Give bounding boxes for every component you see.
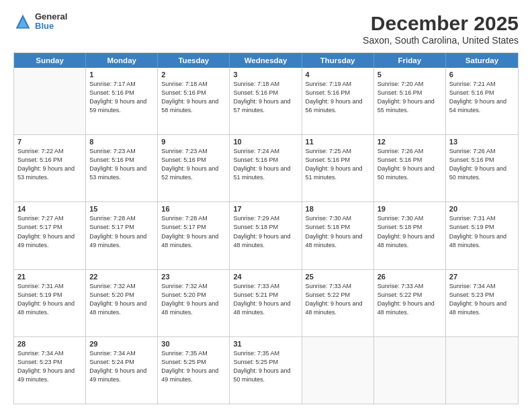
day-number: 27 xyxy=(449,273,515,281)
calendar-cell: 28Sunrise: 7:34 AM Sunset: 5:23 PM Dayli… xyxy=(14,337,86,404)
calendar-cell: 11Sunrise: 7:25 AM Sunset: 5:16 PM Dayli… xyxy=(302,135,374,201)
day-number: 3 xyxy=(233,71,298,79)
logo-icon xyxy=(13,12,32,31)
cal-header-monday: Monday xyxy=(86,53,158,68)
day-number: 8 xyxy=(89,138,154,146)
calendar-cell: 31Sunrise: 7:35 AM Sunset: 5:25 PM Dayli… xyxy=(230,337,302,404)
calendar-week-1: 1Sunrise: 7:17 AM Sunset: 5:16 PM Daylig… xyxy=(14,68,518,135)
calendar-cell: 6Sunrise: 7:21 AM Sunset: 5:16 PM Daylig… xyxy=(446,68,518,134)
calendar-cell: 23Sunrise: 7:32 AM Sunset: 5:20 PM Dayli… xyxy=(158,270,230,336)
day-info: Sunrise: 7:35 AM Sunset: 5:25 PM Dayligh… xyxy=(161,349,226,384)
day-info: Sunrise: 7:34 AM Sunset: 5:23 PM Dayligh… xyxy=(17,349,82,384)
calendar-week-3: 14Sunrise: 7:27 AM Sunset: 5:17 PM Dayli… xyxy=(14,202,518,269)
calendar-cell: 3Sunrise: 7:18 AM Sunset: 5:16 PM Daylig… xyxy=(230,68,302,134)
day-number: 14 xyxy=(17,205,82,213)
day-info: Sunrise: 7:17 AM Sunset: 5:16 PM Dayligh… xyxy=(89,80,154,115)
day-info: Sunrise: 7:27 AM Sunset: 5:17 PM Dayligh… xyxy=(17,214,82,249)
day-info: Sunrise: 7:33 AM Sunset: 5:22 PM Dayligh… xyxy=(306,282,370,317)
calendar-cell: 8Sunrise: 7:23 AM Sunset: 5:16 PM Daylig… xyxy=(86,135,158,201)
calendar-cell: 7Sunrise: 7:22 AM Sunset: 5:16 PM Daylig… xyxy=(14,135,86,201)
day-info: Sunrise: 7:30 AM Sunset: 5:18 PM Dayligh… xyxy=(306,214,370,249)
calendar-cell: 19Sunrise: 7:30 AM Sunset: 5:18 PM Dayli… xyxy=(374,202,446,269)
title-block: December 2025 Saxon, South Carolina, Uni… xyxy=(363,12,519,46)
day-info: Sunrise: 7:29 AM Sunset: 5:18 PM Dayligh… xyxy=(233,214,298,249)
calendar: SundayMondayTuesdayWednesdayThursdayFrid… xyxy=(13,52,519,404)
calendar-week-4: 21Sunrise: 7:31 AM Sunset: 5:19 PM Dayli… xyxy=(14,270,518,337)
calendar-cell: 2Sunrise: 7:18 AM Sunset: 5:16 PM Daylig… xyxy=(158,68,230,134)
logo-general-text: General xyxy=(35,12,67,21)
calendar-cell: 20Sunrise: 7:31 AM Sunset: 5:19 PM Dayli… xyxy=(446,202,518,269)
cal-header-friday: Friday xyxy=(374,53,446,68)
day-info: Sunrise: 7:18 AM Sunset: 5:16 PM Dayligh… xyxy=(161,80,226,115)
calendar-header: SundayMondayTuesdayWednesdayThursdayFrid… xyxy=(14,53,518,68)
day-info: Sunrise: 7:20 AM Sunset: 5:16 PM Dayligh… xyxy=(378,80,442,115)
calendar-cell: 13Sunrise: 7:26 AM Sunset: 5:16 PM Dayli… xyxy=(446,135,518,201)
day-info: Sunrise: 7:26 AM Sunset: 5:16 PM Dayligh… xyxy=(378,147,442,182)
calendar-week-5: 28Sunrise: 7:34 AM Sunset: 5:23 PM Dayli… xyxy=(14,337,518,404)
cal-header-thursday: Thursday xyxy=(302,53,374,68)
calendar-cell: 27Sunrise: 7:34 AM Sunset: 5:23 PM Dayli… xyxy=(446,270,518,336)
calendar-cell: 16Sunrise: 7:28 AM Sunset: 5:17 PM Dayli… xyxy=(158,202,230,269)
day-number: 1 xyxy=(89,71,154,79)
day-info: Sunrise: 7:24 AM Sunset: 5:16 PM Dayligh… xyxy=(233,147,298,182)
calendar-cell xyxy=(302,337,374,404)
day-info: Sunrise: 7:33 AM Sunset: 5:21 PM Dayligh… xyxy=(233,282,298,317)
day-info: Sunrise: 7:34 AM Sunset: 5:24 PM Dayligh… xyxy=(89,349,154,384)
page: General Blue December 2025 Saxon, South … xyxy=(0,0,532,411)
main-title: December 2025 xyxy=(363,12,519,35)
day-number: 11 xyxy=(306,138,370,146)
calendar-cell: 1Sunrise: 7:17 AM Sunset: 5:16 PM Daylig… xyxy=(86,68,158,134)
calendar-cell: 29Sunrise: 7:34 AM Sunset: 5:24 PM Dayli… xyxy=(86,337,158,404)
day-info: Sunrise: 7:23 AM Sunset: 5:16 PM Dayligh… xyxy=(89,147,154,182)
logo: General Blue xyxy=(13,12,67,32)
day-number: 5 xyxy=(378,71,442,79)
day-number: 18 xyxy=(306,205,370,213)
calendar-cell: 18Sunrise: 7:30 AM Sunset: 5:18 PM Dayli… xyxy=(302,202,374,269)
day-number: 19 xyxy=(378,205,442,213)
day-info: Sunrise: 7:22 AM Sunset: 5:16 PM Dayligh… xyxy=(17,147,82,182)
day-number: 15 xyxy=(89,205,154,213)
calendar-cell: 4Sunrise: 7:19 AM Sunset: 5:16 PM Daylig… xyxy=(302,68,374,134)
day-info: Sunrise: 7:32 AM Sunset: 5:20 PM Dayligh… xyxy=(89,282,154,317)
calendar-cell: 5Sunrise: 7:20 AM Sunset: 5:16 PM Daylig… xyxy=(374,68,446,134)
calendar-cell: 12Sunrise: 7:26 AM Sunset: 5:16 PM Dayli… xyxy=(374,135,446,201)
day-number: 31 xyxy=(233,340,298,348)
day-number: 2 xyxy=(161,71,226,79)
calendar-cell: 22Sunrise: 7:32 AM Sunset: 5:20 PM Dayli… xyxy=(86,270,158,336)
day-number: 9 xyxy=(161,138,226,146)
day-number: 26 xyxy=(378,273,442,281)
header: General Blue December 2025 Saxon, South … xyxy=(13,12,519,46)
day-info: Sunrise: 7:23 AM Sunset: 5:16 PM Dayligh… xyxy=(161,147,226,182)
day-info: Sunrise: 7:28 AM Sunset: 5:17 PM Dayligh… xyxy=(161,214,226,249)
day-number: 25 xyxy=(306,273,370,281)
day-number: 6 xyxy=(449,71,515,79)
calendar-cell: 24Sunrise: 7:33 AM Sunset: 5:21 PM Dayli… xyxy=(230,270,302,336)
day-number: 7 xyxy=(17,138,82,146)
day-number: 10 xyxy=(233,138,298,146)
day-info: Sunrise: 7:26 AM Sunset: 5:16 PM Dayligh… xyxy=(449,147,515,182)
calendar-cell: 30Sunrise: 7:35 AM Sunset: 5:25 PM Dayli… xyxy=(158,337,230,404)
day-info: Sunrise: 7:19 AM Sunset: 5:16 PM Dayligh… xyxy=(306,80,370,115)
day-number: 29 xyxy=(89,340,154,348)
cal-header-sunday: Sunday xyxy=(14,53,86,68)
calendar-cell: 14Sunrise: 7:27 AM Sunset: 5:17 PM Dayli… xyxy=(14,202,86,269)
day-number: 28 xyxy=(17,340,82,348)
calendar-body: 1Sunrise: 7:17 AM Sunset: 5:16 PM Daylig… xyxy=(14,68,518,404)
day-info: Sunrise: 7:21 AM Sunset: 5:16 PM Dayligh… xyxy=(449,80,515,115)
cal-header-tuesday: Tuesday xyxy=(158,53,230,68)
day-info: Sunrise: 7:31 AM Sunset: 5:19 PM Dayligh… xyxy=(449,214,515,249)
calendar-cell: 25Sunrise: 7:33 AM Sunset: 5:22 PM Dayli… xyxy=(302,270,374,336)
day-info: Sunrise: 7:33 AM Sunset: 5:22 PM Dayligh… xyxy=(378,282,442,317)
day-number: 4 xyxy=(306,71,370,79)
day-info: Sunrise: 7:32 AM Sunset: 5:20 PM Dayligh… xyxy=(161,282,226,317)
subtitle: Saxon, South Carolina, United States xyxy=(363,35,519,46)
cal-header-wednesday: Wednesday xyxy=(230,53,302,68)
day-info: Sunrise: 7:30 AM Sunset: 5:18 PM Dayligh… xyxy=(378,214,442,249)
day-number: 12 xyxy=(378,138,442,146)
calendar-cell xyxy=(14,68,86,134)
day-number: 17 xyxy=(233,205,298,213)
calendar-cell: 15Sunrise: 7:28 AM Sunset: 5:17 PM Dayli… xyxy=(86,202,158,269)
day-number: 21 xyxy=(17,273,82,281)
calendar-cell: 21Sunrise: 7:31 AM Sunset: 5:19 PM Dayli… xyxy=(14,270,86,336)
day-info: Sunrise: 7:34 AM Sunset: 5:23 PM Dayligh… xyxy=(449,282,515,317)
